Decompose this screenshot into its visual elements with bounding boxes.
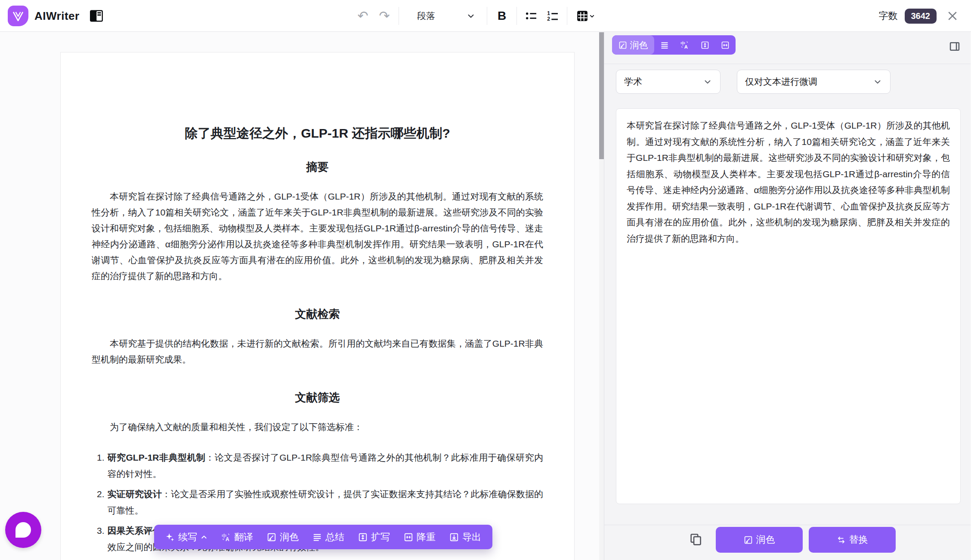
svg-text:A: A [684, 44, 688, 49]
polish-button-toolbar[interactable]: 润色 [267, 531, 299, 544]
chevron-down-icon [589, 13, 595, 19]
editor-toolbar: ↶ ↷ 段落 B 1 2 [356, 0, 597, 32]
polish-label: 润色 [280, 531, 299, 544]
redo-button[interactable]: ↷ [377, 9, 392, 23]
panel-footer-divider [604, 525, 971, 525]
edit-square-icon [744, 535, 753, 545]
abstract-paragraph: 本研究旨在探讨除了经典信号通路之外，GLP-1受体（GLP-1R）所涉及的其他机… [92, 188, 543, 284]
chat-widget-button[interactable] [5, 512, 41, 548]
reduce-label: 降重 [417, 531, 436, 544]
chevron-down-icon [873, 77, 882, 86]
scrollbar-thumb[interactable] [599, 32, 604, 159]
numbered-list-button[interactable]: 1 2 [545, 9, 560, 23]
summarize-label: 总结 [325, 531, 344, 544]
criterion-label: 研究GLP-1R非典型机制 [108, 452, 206, 462]
style-select[interactable]: 学术 [616, 70, 721, 94]
translate-icon: 中 A [680, 40, 689, 49]
bullet-list-button[interactable] [524, 9, 538, 23]
tab-summarize[interactable] [654, 35, 674, 55]
toolbar-separator [487, 7, 487, 25]
mode-select-value: 仅对文本进行微调 [745, 76, 817, 88]
polish-action-button[interactable]: 润色 [716, 527, 803, 553]
swap-icon [837, 535, 846, 545]
edit-square-icon [618, 41, 627, 49]
lit-search-paragraph: 本研究基于提供的结构化数据，未进行新的文献检索。所引用的文献均来自已有数据集，涵… [92, 335, 543, 367]
chevron-down-icon [466, 11, 476, 21]
app-logo [8, 6, 28, 26]
copy-result-button[interactable] [689, 532, 703, 547]
compress-icon [404, 532, 413, 542]
word-count-label: 字数 [879, 9, 898, 22]
export-label: 导出 [462, 531, 481, 544]
expand-icon [358, 532, 368, 542]
abstract-heading: 摘要 [92, 159, 543, 175]
continue-writing-button[interactable]: 续写 [165, 531, 207, 544]
reduce-duplication-button[interactable]: 降重 [404, 531, 436, 544]
tab-polish[interactable]: 润色 [612, 35, 654, 55]
criterion-label: 因果关系评估 [108, 526, 162, 535]
svg-text:A: A [226, 536, 229, 542]
document-page[interactable]: 除了典型途径之外，GLP-1R 还指示哪些机制? 摘要 本研究旨在探讨除了经典信… [60, 52, 575, 560]
lit-search-heading: 文献检索 [92, 306, 543, 322]
selection-context-toolbar: 续写 中 A 翻译 润色 [154, 525, 492, 549]
expand-text-button[interactable]: 扩写 [358, 531, 390, 544]
tab-polish-label: 润色 [630, 39, 648, 51]
style-select-value: 学术 [624, 76, 642, 88]
translate-icon: 中 A [221, 532, 231, 542]
list-number: 2. [97, 486, 105, 519]
toolbar-separator [399, 7, 399, 25]
editor-scrollbar[interactable] [599, 32, 604, 560]
collapse-panel-icon[interactable] [949, 40, 961, 52]
topbar-right: 字数 3642 [879, 0, 971, 32]
screening-heading: 文献筛选 [92, 390, 543, 405]
expand-label: 扩写 [371, 531, 390, 544]
table-insert-button[interactable] [574, 9, 597, 23]
top-bar: AIWriter ↶ ↷ 段落 B 1 [0, 0, 971, 32]
logo-v-icon [11, 9, 25, 23]
criterion-label: 实证研究设计 [108, 489, 162, 499]
notebook-panel-icon[interactable] [89, 9, 104, 23]
panel-divider [604, 64, 971, 64]
polish-result-text: 本研究旨在探讨除了经典信号通路之外，GLP-1受体（GLP-1R）所涉及的其他机… [627, 120, 950, 243]
summarize-button[interactable]: 总结 [312, 531, 344, 544]
panel-tab-bar: 润色 中 A [612, 35, 736, 55]
chevron-up-icon[interactable] [201, 534, 207, 541]
bold-button[interactable]: B [494, 9, 510, 23]
lines-icon [660, 41, 669, 49]
polish-result-card[interactable]: 本研究旨在探讨除了经典信号通路之外，GLP-1受体（GLP-1R）所涉及的其他机… [616, 108, 961, 504]
list-number: 1. [97, 449, 105, 482]
mode-select[interactable]: 仅对文本进行微调 [737, 70, 891, 94]
criterion-text: ：论文是否采用了实验性或观察性研究设计，提供了实证数据来支持其结论？此标准确保数… [108, 489, 544, 515]
svg-text:1: 1 [547, 10, 550, 16]
polish-action-label: 润色 [756, 533, 775, 546]
list-number: 3. [97, 523, 105, 555]
svg-text:2: 2 [547, 16, 550, 22]
list-item: 2. 实证研究设计：论文是否采用了实验性或观察性研究设计，提供了实证数据来支持其… [92, 486, 543, 519]
export-icon [449, 532, 459, 542]
close-icon[interactable] [946, 9, 959, 22]
edit-square-icon [267, 532, 276, 542]
tab-translate[interactable]: 中 A [674, 35, 695, 55]
list-item: 1. 研究GLP-1R非典型机制：论文是否探讨了GLP-1R除典型信号通路之外的… [92, 449, 543, 482]
tab-reduce[interactable] [715, 35, 736, 55]
chevron-down-icon [703, 77, 712, 86]
undo-button[interactable]: ↶ [356, 9, 370, 23]
export-button[interactable]: 导出 [449, 531, 481, 544]
compress-icon [721, 41, 730, 49]
lines-icon [312, 532, 322, 542]
translate-label: 翻译 [234, 531, 253, 544]
copy-icon [689, 532, 703, 547]
screening-intro: 为了确保纳入文献的质量和相关性，我们设定了以下筛选标准： [92, 419, 543, 435]
replace-action-button[interactable]: 替换 [809, 527, 896, 553]
chat-bubble-icon [15, 522, 31, 538]
sparkles-icon [165, 532, 175, 542]
paragraph-style-value: 段落 [417, 10, 435, 22]
tab-expand[interactable] [695, 35, 715, 55]
toolbar-separator [516, 7, 517, 25]
expand-icon [701, 41, 709, 49]
translate-button[interactable]: 中 A 翻译 [221, 531, 253, 544]
continue-writing-label: 续写 [178, 531, 197, 544]
toolbar-separator [567, 7, 567, 25]
paragraph-style-select[interactable]: 段落 [406, 6, 480, 25]
document-title: 除了典型途径之外，GLP-1R 还指示哪些机制? [92, 125, 543, 142]
